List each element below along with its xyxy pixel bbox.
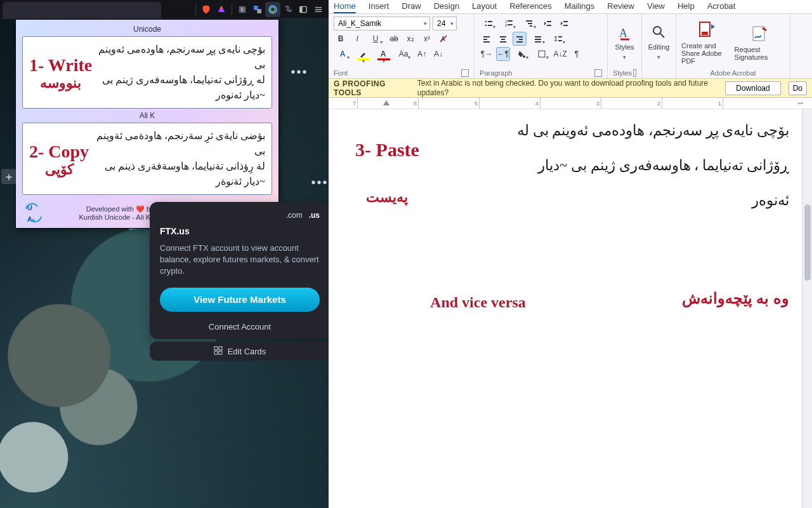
ltr-direction-button[interactable]: ¶→ — [480, 47, 494, 61]
connect-account-link[interactable]: Connect Account — [160, 318, 320, 331]
numbering-button[interactable]: 12 — [500, 17, 518, 30]
svg-rect-27 — [547, 25, 551, 26]
swap-convert-icon[interactable]: UAₖ — [22, 201, 45, 224]
svg-rect-30 — [483, 36, 490, 37]
separator — [232, 4, 232, 15]
svg-rect-49 — [702, 32, 708, 35]
document-area[interactable]: 3- Paste پەیست بۆچی نایەی پڕ سەرنجم، هاو… — [329, 109, 812, 508]
browser-tab[interactable] — [3, 2, 161, 18]
separator — [195, 4, 196, 15]
tab-home[interactable]: Home — [334, 0, 356, 13]
hamburger-menu-icon[interactable] — [311, 2, 326, 17]
font-dialog-launcher[interactable] — [461, 69, 469, 77]
tld-com[interactable]: .com — [286, 211, 303, 220]
tab-draw[interactable]: Draw — [402, 0, 421, 13]
italic-button[interactable]: I — [350, 32, 364, 46]
brave-rewards-icon[interactable] — [214, 2, 229, 17]
borders-button[interactable] — [533, 47, 551, 61]
show-marks-button[interactable]: ¶ — [570, 47, 584, 61]
line-spacing-button[interactable] — [549, 32, 567, 46]
tab-acrobat[interactable]: Acrobat — [707, 0, 736, 13]
change-case-button[interactable]: Aa — [395, 47, 412, 61]
styles-dialog-launcher[interactable] — [633, 69, 636, 77]
kurdish-converter-extension-icon[interactable] — [265, 2, 280, 17]
brave-shield-icon[interactable] — [199, 2, 214, 17]
vertical-scrollbar[interactable] — [802, 109, 812, 508]
tab-insert[interactable]: Insert — [369, 0, 390, 13]
font-size-field[interactable]: 24 ▾ — [433, 17, 457, 30]
decrease-indent-button[interactable] — [540, 17, 554, 30]
browser-pane: R Unicode 1- Write بنووسه بۆچی نایەی پڕ … — [0, 0, 329, 508]
clear-formatting-button[interactable]: A — [436, 32, 450, 46]
extensions-puzzle-icon[interactable] — [280, 2, 296, 17]
tab-mailings[interactable]: Mailings — [565, 0, 595, 13]
font-color-button[interactable]: A — [374, 47, 392, 61]
justify-button[interactable] — [529, 32, 547, 46]
sort-button[interactable]: A↓Z — [553, 47, 567, 61]
unicode-text-field[interactable]: 1- Write بنووسه بۆچی نایەی پڕ سەرنجم، ها… — [22, 36, 272, 109]
add-site-tile[interactable]: ＋ — [1, 169, 16, 184]
svg-text:R: R — [240, 7, 244, 13]
font-name-field[interactable]: Ali_K_Samik ▾ — [334, 17, 430, 30]
svg-point-47 — [653, 27, 661, 34]
bold-button[interactable]: B — [334, 32, 348, 46]
editing-button[interactable]: Editing ▾ — [643, 23, 676, 61]
tab-view[interactable]: View — [647, 0, 665, 13]
document-body-text[interactable]: بۆچی نایەی پڕ سەرنجم، هاودەمی ئەوینم بی … — [516, 113, 789, 218]
align-center-button[interactable] — [496, 32, 510, 46]
tld-us[interactable]: .us — [309, 211, 320, 220]
horizontal-ruler[interactable]: 7 6 5 4 3 2 1 ⤢ — [329, 98, 812, 109]
rtl-direction-button[interactable]: ←¶ — [496, 47, 510, 61]
shading-button[interactable] — [513, 47, 530, 61]
strikethrough-button[interactable]: ab — [387, 32, 401, 46]
ftx-tld-toggle[interactable]: .com .us — [160, 211, 320, 220]
vice-versa-ku: وە بە پێچەوانەش — [682, 291, 789, 306]
step3-ku: پەیست — [366, 189, 408, 205]
subscript-button[interactable]: x₂ — [403, 32, 417, 46]
tab-design[interactable]: Design — [434, 0, 459, 13]
grow-font-button[interactable]: A↑ — [415, 47, 429, 61]
view-future-markets-button[interactable]: View Future Markets — [160, 288, 320, 312]
card-more-icon-2[interactable]: ••• — [308, 175, 329, 190]
tab-review[interactable]: Review — [607, 0, 634, 13]
svg-rect-31 — [483, 39, 487, 40]
superscript-button[interactable]: x² — [420, 32, 434, 46]
group-paragraph: 12 — [475, 14, 608, 78]
card-more-icon[interactable]: ••• — [288, 65, 311, 80]
svg-rect-16 — [488, 21, 492, 22]
group-font-label: Font — [334, 69, 348, 77]
bullets-button[interactable] — [480, 17, 497, 30]
translate-icon[interactable] — [250, 2, 265, 17]
tab-layout[interactable]: Layout — [472, 0, 497, 13]
alik-text-field[interactable]: 2- Copy کۆپی بؤضى نايةى ثرِ سةرنجم، هاود… — [22, 123, 272, 195]
tab-help[interactable]: Help — [678, 0, 695, 13]
align-left-button[interactable] — [480, 32, 494, 46]
tab-references[interactable]: References — [509, 0, 551, 13]
chevron-down-icon[interactable]: ▾ — [450, 20, 454, 27]
chevron-down-icon[interactable]: ▾ — [424, 20, 427, 27]
multilevel-list-button[interactable] — [520, 17, 538, 30]
request-signatures-button[interactable]: Request Signatures — [735, 17, 785, 68]
reader-mode-icon[interactable]: R — [235, 2, 250, 17]
shrink-font-button[interactable]: A↓ — [431, 47, 445, 61]
text-effects-button[interactable]: A — [334, 47, 351, 61]
underline-button[interactable]: U — [367, 32, 384, 46]
ruler-tick: 2 — [657, 98, 662, 109]
create-share-pdf-button[interactable]: Create and Share Adobe PDF — [681, 17, 732, 68]
download-button[interactable]: Download — [725, 81, 780, 95]
indent-marker[interactable] — [383, 100, 390, 105]
right-margin-marker[interactable]: ⤢ — [796, 98, 806, 109]
step2-badge: 2- Copy کۆپی — [29, 141, 89, 177]
paragraph-dialog-launcher[interactable] — [594, 69, 602, 77]
edit-cards-button[interactable]: Edit Cards — [150, 342, 329, 361]
highlight-button[interactable] — [354, 47, 372, 61]
ribbon: Ali_K_Samik ▾ 24 ▾ B I U ab x₂ x² — [329, 14, 812, 79]
sidebar-icon[interactable] — [296, 2, 311, 17]
align-right-button[interactable] — [513, 32, 527, 46]
svg-rect-22 — [508, 24, 513, 25]
increase-indent-button[interactable] — [557, 17, 571, 30]
step1-ku: بنووسه — [40, 76, 81, 90]
do-button[interactable]: Do — [789, 81, 807, 95]
group-font: Ali_K_Samik ▾ 24 ▾ B I U ab x₂ x² — [329, 14, 475, 78]
styles-button[interactable]: A Styles ▾ — [608, 23, 641, 61]
